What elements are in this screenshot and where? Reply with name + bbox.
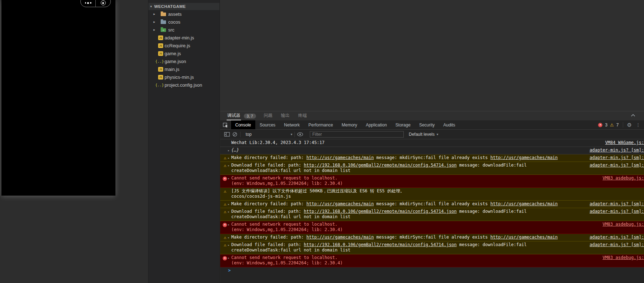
expand-arrow-icon[interactable]: ▸ <box>228 176 229 181</box>
expand-arrow-icon[interactable]: ▸ <box>228 209 229 215</box>
tree-item-adapter-min-js[interactable]: JS adapter-min.js <box>148 34 219 42</box>
more-dots-icon <box>85 2 91 4</box>
kebab-menu-icon[interactable]: ⋮ <box>636 122 640 128</box>
tree-item-game-js[interactable]: JS game.js <box>148 49 219 57</box>
devtools-tab-audits[interactable]: Audits <box>439 120 459 129</box>
json-file-icon: {..} <box>155 83 164 87</box>
game-preview-screen <box>1 0 115 196</box>
tree-item-label: project.config.json <box>165 82 202 88</box>
tree-item-assets[interactable]: ▸ assets <box>148 10 219 18</box>
js-file-icon: JS <box>158 75 163 80</box>
tree-item-label: game.json <box>165 59 186 64</box>
filter-input[interactable] <box>310 131 404 138</box>
log-levels-dropdown[interactable]: Default levels ▼ <box>409 132 439 137</box>
message-text: Download file failed: path: http://192.1… <box>231 209 527 219</box>
source-link[interactable]: VM83 asdebug.js: <box>602 255 644 260</box>
live-expression-eye-icon[interactable] <box>296 131 304 138</box>
console-message-object: ▸ {…} adapter-min.js? [sm]: <box>220 147 644 154</box>
tree-item-src[interactable]: ▸ ‹› src <box>148 26 219 34</box>
url-link[interactable]: http://192.168.0.106/gemBall2/remote/mai… <box>304 163 456 168</box>
folder-src-icon: ‹› <box>161 28 166 32</box>
tab-debugger[interactable]: 调试器 <box>227 111 241 120</box>
console-message-warning: ⚠ ▸ Download file failed: path: http://1… <box>220 208 644 221</box>
url-link[interactable]: http://192.168.0.106/gemBall2/remote/mai… <box>304 242 456 247</box>
context-selector[interactable]: top ▼ <box>246 132 293 137</box>
source-link[interactable]: adapter-min.js? [sm]: <box>589 148 644 153</box>
url-link[interactable]: http://usr/gamecaches/main <box>490 235 558 240</box>
tree-item-physics-min-js[interactable]: JS physics-min.js <box>148 73 219 81</box>
warning-icon: ⚠ <box>223 155 227 160</box>
explorer-root-row[interactable]: ▾ WECHATGAME <box>148 3 219 10</box>
source-link[interactable]: VM83 asdebug.js: <box>602 222 644 227</box>
json-file-icon: {..} <box>155 59 164 63</box>
console-message-error: ✕ ▸ Cannot send network request to local… <box>220 221 644 234</box>
expand-arrow-icon[interactable]: ▸ <box>228 243 229 248</box>
source-link[interactable]: adapter-min.js? [sm]: <box>589 209 644 214</box>
tree-item-project-config-json[interactable]: {..} project.config.json <box>148 81 219 89</box>
devtools-tab-performance[interactable]: Performance <box>304 120 337 129</box>
js-file-icon: JS <box>158 35 163 40</box>
source-link[interactable]: adapter-min.js? [sm]: <box>589 201 644 207</box>
context-value: top <box>246 132 252 137</box>
tab-output[interactable]: 输出 <box>280 111 290 120</box>
message-text: Wechat Lib:2.30.4, 2023.4.3 17:45:17 <box>231 140 325 145</box>
source-link[interactable]: adapter-min.js? [sm]: <box>589 163 644 168</box>
source-link[interactable]: adapter-min.js? [sm]: <box>589 242 644 248</box>
console-sidebar-toggle-icon[interactable] <box>223 131 231 138</box>
expand-arrow-icon[interactable]: ▸ <box>228 148 229 153</box>
tree-item-cocos[interactable]: ▸ cocos <box>148 18 219 26</box>
js-file-icon: JS <box>158 51 163 56</box>
message-text: Download file failed: path: http://192.1… <box>231 242 527 253</box>
tree-item-main-js[interactable]: JS main.js <box>148 65 219 73</box>
object-preview[interactable]: {…} <box>231 148 239 153</box>
url-link[interactable]: http://usr/gamecaches/main <box>490 155 558 160</box>
warning-icon: ⚠ <box>223 235 227 240</box>
expand-arrow-icon[interactable]: ▸ <box>228 202 229 207</box>
warning-count: 7 <box>616 123 619 128</box>
warning-icon: ⚠ <box>223 243 227 248</box>
expand-arrow-icon[interactable]: ▸ <box>228 255 229 261</box>
devtools-tab-memory[interactable]: Memory <box>337 120 361 129</box>
chevron-right-icon: ▸ <box>153 20 157 24</box>
expand-arrow-icon[interactable]: ▸ <box>228 155 229 161</box>
source-link[interactable]: adapter-min.js? [sm]: <box>589 235 644 240</box>
inspect-element-icon[interactable] <box>220 120 231 129</box>
gear-icon[interactable]: ⚙ <box>627 122 632 128</box>
url-link[interactable]: http://usr/gamecaches/main <box>307 155 374 160</box>
expand-arrow-icon[interactable]: ▸ <box>228 222 229 227</box>
chevron-right-icon: ▸ <box>153 12 157 16</box>
url-link[interactable]: http://usr/gamecaches/main <box>490 201 558 206</box>
tree-item-label: cocos <box>168 19 180 25</box>
capsule-more-button[interactable] <box>81 0 95 7</box>
console-prompt-row[interactable]: > <box>220 267 644 275</box>
expand-arrow-icon[interactable]: ▸ <box>228 235 229 240</box>
clear-console-icon[interactable] <box>231 131 239 138</box>
source-link[interactable]: VM83 asdebug.js: <box>602 176 644 181</box>
tab-terminal[interactable]: 终端 <box>298 111 308 120</box>
exit-circle-icon <box>101 0 106 5</box>
tree-item-game-json[interactable]: {..} game.json <box>148 57 219 65</box>
source-link[interactable]: VM84 WAGame.js: <box>605 140 644 145</box>
collapse-panel-icon[interactable] <box>631 114 635 117</box>
devtools-status-cluster: ✕ 3 ⚠ 7 ⚙ ⋮ <box>598 120 644 129</box>
url-link[interactable]: http://usr/gamecaches/main <box>307 201 374 206</box>
message-file-text: cocos/cocos2d-js-min.js <box>231 194 583 199</box>
devtools-tab-security[interactable]: Security <box>415 120 439 129</box>
devtools-tab-sources[interactable]: Sources <box>255 120 280 129</box>
url-link[interactable]: http://usr/gamecaches/main <box>307 235 374 240</box>
source-link[interactable]: adapter-min.js? [sm]: <box>589 155 644 160</box>
devtools-tab-network[interactable]: Network <box>280 120 304 129</box>
console-message-error: ✕ ▸ Cannot send network request to local… <box>220 254 644 267</box>
expand-arrow-icon[interactable]: ▸ <box>228 163 229 168</box>
devtools-panel: Console Sources Network Performance Memo… <box>220 120 644 283</box>
tab-problems[interactable]: 问题 <box>263 111 273 120</box>
tree-item-ccrequire-js[interactable]: JS ccRequire.js <box>148 42 219 49</box>
chevron-down-icon: ▾ <box>150 5 154 8</box>
console-log: Wechat Lib:2.30.4, 2023.4.3 17:45:17 VM8… <box>220 139 644 275</box>
url-link[interactable]: http://192.168.0.106/gemBall2/remote/mai… <box>304 209 456 214</box>
devtools-tab-console[interactable]: Console <box>231 120 255 129</box>
devtools-tab-storage[interactable]: Storage <box>391 120 415 129</box>
js-file-icon: JS <box>158 43 163 48</box>
capsule-exit-button[interactable] <box>96 0 110 7</box>
devtools-tab-application[interactable]: Application <box>361 120 391 129</box>
